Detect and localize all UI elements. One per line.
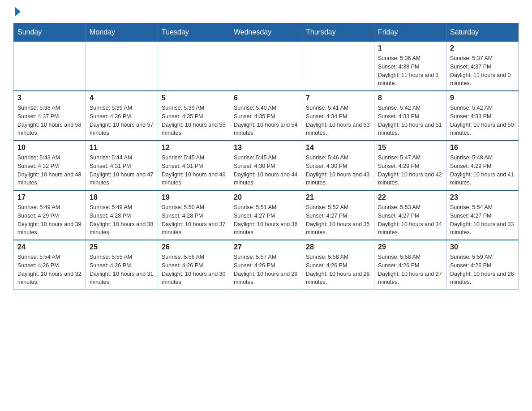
calendar-cell: 13Sunrise: 5:45 AM Sunset: 4:30 PM Dayli… bbox=[230, 141, 302, 190]
day-info: Sunrise: 5:36 AM Sunset: 4:38 PM Dayligh… bbox=[378, 54, 442, 88]
calendar-cell: 9Sunrise: 5:42 AM Sunset: 4:33 PM Daylig… bbox=[446, 91, 519, 141]
calendar-cell: 23Sunrise: 5:54 AM Sunset: 4:27 PM Dayli… bbox=[446, 190, 519, 240]
day-number: 13 bbox=[234, 144, 298, 152]
day-number: 12 bbox=[162, 144, 226, 152]
day-info: Sunrise: 5:45 AM Sunset: 4:31 PM Dayligh… bbox=[162, 154, 226, 187]
day-info: Sunrise: 5:51 AM Sunset: 4:27 PM Dayligh… bbox=[234, 203, 298, 237]
calendar-cell: 17Sunrise: 5:49 AM Sunset: 4:29 PM Dayli… bbox=[14, 190, 86, 240]
logo-triangle-icon bbox=[15, 7, 21, 16]
day-number: 2 bbox=[450, 44, 515, 52]
day-number: 22 bbox=[378, 193, 442, 201]
day-info: Sunrise: 5:48 AM Sunset: 4:29 PM Dayligh… bbox=[450, 154, 515, 187]
weekday-header-monday: Monday bbox=[86, 24, 158, 42]
calendar-cell: 18Sunrise: 5:49 AM Sunset: 4:28 PM Dayli… bbox=[86, 190, 158, 240]
calendar-cell: 5Sunrise: 5:39 AM Sunset: 4:35 PM Daylig… bbox=[158, 91, 230, 141]
day-number: 23 bbox=[450, 193, 515, 201]
calendar-cell: 12Sunrise: 5:45 AM Sunset: 4:31 PM Dayli… bbox=[158, 141, 230, 190]
calendar-cell: 21Sunrise: 5:52 AM Sunset: 4:27 PM Dayli… bbox=[302, 190, 374, 240]
calendar-cell bbox=[302, 41, 374, 91]
day-info: Sunrise: 5:47 AM Sunset: 4:29 PM Dayligh… bbox=[378, 154, 442, 187]
day-info: Sunrise: 5:46 AM Sunset: 4:30 PM Dayligh… bbox=[306, 154, 370, 187]
day-number: 4 bbox=[90, 94, 154, 102]
day-info: Sunrise: 5:58 AM Sunset: 4:26 PM Dayligh… bbox=[306, 253, 370, 287]
day-info: Sunrise: 5:53 AM Sunset: 4:27 PM Dayligh… bbox=[378, 203, 442, 237]
weekday-header-wednesday: Wednesday bbox=[230, 24, 302, 42]
day-info: Sunrise: 5:44 AM Sunset: 4:31 PM Dayligh… bbox=[90, 154, 154, 187]
day-number: 29 bbox=[378, 243, 442, 251]
day-number: 5 bbox=[162, 94, 226, 102]
weekday-header-saturday: Saturday bbox=[446, 24, 519, 42]
calendar-cell bbox=[14, 41, 86, 91]
day-info: Sunrise: 5:41 AM Sunset: 4:34 PM Dayligh… bbox=[306, 104, 370, 137]
calendar-cell: 26Sunrise: 5:56 AM Sunset: 4:26 PM Dayli… bbox=[158, 240, 230, 290]
calendar-cell: 6Sunrise: 5:40 AM Sunset: 4:35 PM Daylig… bbox=[230, 91, 302, 141]
day-number: 18 bbox=[90, 193, 154, 201]
day-info: Sunrise: 5:58 AM Sunset: 4:26 PM Dayligh… bbox=[378, 253, 442, 287]
day-number: 14 bbox=[306, 144, 370, 152]
calendar-cell: 25Sunrise: 5:55 AM Sunset: 4:26 PM Dayli… bbox=[86, 240, 158, 290]
calendar-cell bbox=[230, 41, 302, 91]
day-number: 19 bbox=[162, 193, 226, 201]
day-info: Sunrise: 5:49 AM Sunset: 4:28 PM Dayligh… bbox=[90, 203, 154, 237]
calendar-cell: 7Sunrise: 5:41 AM Sunset: 4:34 PM Daylig… bbox=[302, 91, 374, 141]
day-number: 10 bbox=[17, 144, 82, 152]
day-info: Sunrise: 5:43 AM Sunset: 4:32 PM Dayligh… bbox=[17, 154, 82, 187]
weekday-header-sunday: Sunday bbox=[14, 24, 86, 42]
calendar-cell bbox=[158, 41, 230, 91]
calendar-cell: 15Sunrise: 5:47 AM Sunset: 4:29 PM Dayli… bbox=[374, 141, 446, 190]
day-info: Sunrise: 5:37 AM Sunset: 4:37 PM Dayligh… bbox=[450, 54, 515, 88]
day-info: Sunrise: 5:55 AM Sunset: 4:26 PM Dayligh… bbox=[90, 253, 154, 287]
day-number: 6 bbox=[234, 94, 298, 102]
day-number: 16 bbox=[450, 144, 515, 152]
calendar-table: SundayMondayTuesdayWednesdayThursdayFrid… bbox=[13, 23, 519, 290]
calendar-cell: 16Sunrise: 5:48 AM Sunset: 4:29 PM Dayli… bbox=[446, 141, 519, 190]
day-info: Sunrise: 5:50 AM Sunset: 4:28 PM Dayligh… bbox=[162, 203, 226, 237]
day-info: Sunrise: 5:57 AM Sunset: 4:26 PM Dayligh… bbox=[234, 253, 298, 287]
day-number: 17 bbox=[17, 193, 82, 201]
day-number: 1 bbox=[378, 44, 442, 52]
calendar-header-row: SundayMondayTuesdayWednesdayThursdayFrid… bbox=[14, 24, 519, 42]
calendar-cell: 8Sunrise: 5:42 AM Sunset: 4:33 PM Daylig… bbox=[374, 91, 446, 141]
day-info: Sunrise: 5:54 AM Sunset: 4:27 PM Dayligh… bbox=[450, 203, 515, 237]
day-number: 11 bbox=[90, 144, 154, 152]
day-number: 25 bbox=[90, 243, 154, 251]
calendar-cell: 30Sunrise: 5:59 AM Sunset: 4:26 PM Dayli… bbox=[446, 240, 519, 290]
calendar-week-row: 24Sunrise: 5:54 AM Sunset: 4:26 PM Dayli… bbox=[14, 240, 519, 290]
calendar-week-row: 3Sunrise: 5:38 AM Sunset: 4:37 PM Daylig… bbox=[14, 91, 519, 141]
calendar-cell: 22Sunrise: 5:53 AM Sunset: 4:27 PM Dayli… bbox=[374, 190, 446, 240]
page-header bbox=[13, 9, 519, 16]
day-number: 8 bbox=[378, 94, 442, 102]
day-number: 26 bbox=[162, 243, 226, 251]
day-info: Sunrise: 5:56 AM Sunset: 4:26 PM Dayligh… bbox=[162, 253, 226, 287]
day-info: Sunrise: 5:54 AM Sunset: 4:26 PM Dayligh… bbox=[17, 253, 82, 287]
calendar-cell: 14Sunrise: 5:46 AM Sunset: 4:30 PM Dayli… bbox=[302, 141, 374, 190]
calendar-cell: 20Sunrise: 5:51 AM Sunset: 4:27 PM Dayli… bbox=[230, 190, 302, 240]
calendar-cell: 10Sunrise: 5:43 AM Sunset: 4:32 PM Dayli… bbox=[14, 141, 86, 190]
day-number: 30 bbox=[450, 243, 515, 251]
calendar-cell: 19Sunrise: 5:50 AM Sunset: 4:28 PM Dayli… bbox=[158, 190, 230, 240]
weekday-header-thursday: Thursday bbox=[302, 24, 374, 42]
calendar-cell: 27Sunrise: 5:57 AM Sunset: 4:26 PM Dayli… bbox=[230, 240, 302, 290]
day-number: 21 bbox=[306, 193, 370, 201]
calendar-cell: 29Sunrise: 5:58 AM Sunset: 4:26 PM Dayli… bbox=[374, 240, 446, 290]
calendar-cell: 3Sunrise: 5:38 AM Sunset: 4:37 PM Daylig… bbox=[14, 91, 86, 141]
day-number: 15 bbox=[378, 144, 442, 152]
calendar-cell: 11Sunrise: 5:44 AM Sunset: 4:31 PM Dayli… bbox=[86, 141, 158, 190]
day-number: 7 bbox=[306, 94, 370, 102]
calendar-week-row: 1Sunrise: 5:36 AM Sunset: 4:38 PM Daylig… bbox=[14, 41, 519, 91]
day-info: Sunrise: 5:42 AM Sunset: 4:33 PM Dayligh… bbox=[450, 104, 515, 137]
day-info: Sunrise: 5:49 AM Sunset: 4:29 PM Dayligh… bbox=[17, 203, 82, 237]
day-number: 9 bbox=[450, 94, 515, 102]
calendar-week-row: 10Sunrise: 5:43 AM Sunset: 4:32 PM Dayli… bbox=[14, 141, 519, 190]
day-number: 20 bbox=[234, 193, 298, 201]
day-info: Sunrise: 5:38 AM Sunset: 4:37 PM Dayligh… bbox=[17, 104, 82, 137]
day-info: Sunrise: 5:40 AM Sunset: 4:35 PM Dayligh… bbox=[234, 104, 298, 137]
calendar-cell bbox=[86, 41, 158, 91]
calendar-week-row: 17Sunrise: 5:49 AM Sunset: 4:29 PM Dayli… bbox=[14, 190, 519, 240]
calendar-cell: 28Sunrise: 5:58 AM Sunset: 4:26 PM Dayli… bbox=[302, 240, 374, 290]
day-info: Sunrise: 5:59 AM Sunset: 4:26 PM Dayligh… bbox=[450, 253, 515, 287]
weekday-header-tuesday: Tuesday bbox=[158, 24, 230, 42]
day-info: Sunrise: 5:45 AM Sunset: 4:30 PM Dayligh… bbox=[234, 154, 298, 187]
day-number: 24 bbox=[17, 243, 82, 251]
calendar-cell: 1Sunrise: 5:36 AM Sunset: 4:38 PM Daylig… bbox=[374, 41, 446, 91]
